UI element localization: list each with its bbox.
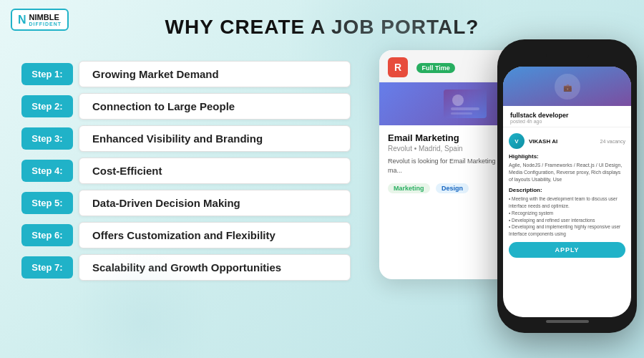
description-title: Description: xyxy=(509,187,625,193)
svg-point-1 xyxy=(452,95,464,106)
step-label-6: Offers Customization and Flexibility xyxy=(79,222,351,248)
highlights-text: Agile, NodeJS / Frameworks / React.js / … xyxy=(509,162,625,183)
step-item-5: Step 5:Data-Driven Decision Making xyxy=(21,190,351,216)
candidate-row: V VIKASH AI 24 vacancy xyxy=(509,133,625,149)
candidate-name: VIKASH AI xyxy=(529,138,557,145)
candidate-avatar: V xyxy=(509,133,525,149)
fullstack-title: fullstack developer xyxy=(510,112,569,119)
step-item-7: Step 7:Scalability and Growth Opportunit… xyxy=(21,254,351,281)
phone-front: 💼 fullstack developer posted 4h ago V VI… xyxy=(497,39,637,333)
full-time-badge: Full Time xyxy=(416,63,454,73)
svg-rect-2 xyxy=(451,107,479,110)
logo-name: NIMBLE xyxy=(29,13,62,21)
phone-area: R Full Time Email Marketing Revolut • Ma… xyxy=(365,39,637,347)
company-logo: R xyxy=(388,57,408,77)
logo-sub: DIFFIDENT xyxy=(29,21,62,26)
step-label-1: Growing Market Demand xyxy=(79,61,351,87)
tag-marketing: Marketing xyxy=(388,183,430,193)
desc-item-3: Developing and refined user interactions xyxy=(509,217,625,224)
logo: N NIMBLE DIFFIDENT xyxy=(11,9,69,31)
step-badge-2: Step 2: xyxy=(21,95,73,117)
step-item-1: Step 1:Growing Market Demand xyxy=(21,61,351,87)
step-badge-5: Step 5: xyxy=(21,192,73,214)
step-label-7: Scalability and Growth Opportunities xyxy=(79,254,351,281)
description-text: Meeting with the development team to dis… xyxy=(509,195,625,238)
step-label-4: Cost-Efficient xyxy=(79,158,351,184)
phone-screen: 💼 fullstack developer posted 4h ago V VI… xyxy=(503,67,631,317)
phone-notch xyxy=(546,48,589,62)
apply-button[interactable]: APPLY xyxy=(509,242,625,258)
logo-icon: N xyxy=(18,14,26,26)
highlights-title: Highlights: xyxy=(509,153,625,160)
tag-design: Design xyxy=(436,183,469,193)
step-item-4: Step 4:Cost-Efficient xyxy=(21,158,351,184)
svg-rect-3 xyxy=(451,112,472,115)
step-badge-4: Step 4: xyxy=(21,160,73,182)
desc-item-2: Recognizing system xyxy=(509,210,625,217)
step-label-5: Data-Driven Decision Making xyxy=(79,190,351,216)
screen-header: fullstack developer posted 4h ago xyxy=(503,106,631,127)
vacancy-badge: 24 vacancy xyxy=(600,139,625,144)
step-item-3: Step 3:Enhanced Visibility and Branding xyxy=(21,125,351,152)
step-label-3: Enhanced Visibility and Branding xyxy=(79,125,351,152)
step-badge-1: Step 1: xyxy=(21,63,73,85)
step-item-2: Step 2:Connection to Large People xyxy=(21,93,351,120)
page-title: WHY CREATE A JOB PORTAL? xyxy=(0,0,644,39)
home-indicator xyxy=(546,320,589,323)
step-label-2: Connection to Large People xyxy=(79,93,351,120)
desc-item-4: Developing and implementing highly respo… xyxy=(509,223,625,238)
desc-item-1: Meeting with the development team to dis… xyxy=(509,195,625,210)
svg-text:💼: 💼 xyxy=(563,83,572,92)
screen-body: V VIKASH AI 24 vacancy Highlights: Agile… xyxy=(503,127,631,317)
steps-container: Step 1:Growing Market DemandStep 2:Conne… xyxy=(21,61,351,286)
step-badge-3: Step 3: xyxy=(21,127,73,150)
screen-top-image: 💼 xyxy=(503,67,631,106)
step-badge-7: Step 7: xyxy=(21,256,73,279)
posted-time: posted 4h ago xyxy=(510,119,569,124)
step-item-6: Step 6:Offers Customization and Flexibil… xyxy=(21,222,351,248)
step-badge-6: Step 6: xyxy=(21,224,73,246)
